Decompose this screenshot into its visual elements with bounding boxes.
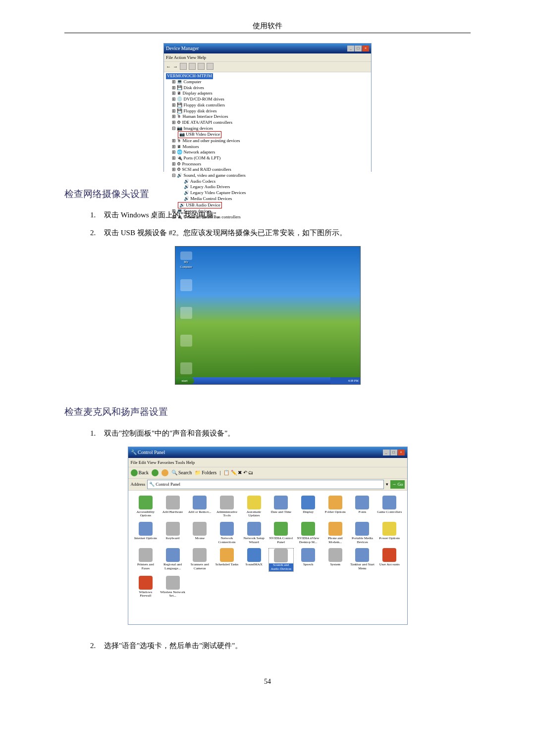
maximize-icon: □: [355, 46, 362, 51]
tree-item: ⊞ 🔌 Ports (COM & LPT): [166, 155, 369, 161]
window-buttons: _ □ ×: [347, 46, 369, 51]
cp-titlebar: 🔧 Control Panel _ □ ×: [128, 447, 407, 458]
cp-toolbar: Back 🔍 Search 📁 Folders | 📋 ✏️ ✖ ↶ 🗂: [128, 467, 407, 479]
address-input: 🔧 Control Panel: [147, 480, 384, 489]
cp-item: NVIDIA Control Panel: [268, 522, 294, 544]
list-item: 2.选择"语音"选项卡，然后单击"测试硬件"。: [104, 640, 471, 652]
cp-item: Add Hardware: [160, 496, 185, 518]
cp-item: Network Connections: [214, 522, 240, 544]
cp-item: SoundMAX: [241, 548, 267, 571]
dropdown-icon: ▾: [386, 481, 388, 488]
close-icon: ×: [398, 450, 405, 455]
cp-item: Game Controllers: [377, 496, 402, 518]
section-heading-mic: 检查麦克风和扬声器设置: [64, 404, 471, 419]
tree-item: ⊞ 🌐 Network adapters: [166, 150, 369, 155]
desktop-icon: [178, 335, 194, 353]
toolbar-icon: [207, 63, 214, 70]
window-buttons: _ □ ×: [383, 450, 405, 455]
list-item: 1.双击 Windows 桌面上的"我的电脑"。: [104, 209, 471, 221]
cp-item: Automatic Updates: [241, 496, 267, 518]
tree-item: ⊟ 🔊 Sound, video and game controllers: [166, 173, 369, 179]
cp-item: Display: [296, 496, 321, 518]
webcam-steps: 1.双击 Windows 桌面上的"我的电脑"。 2.双击 USB 视频设备 #…: [64, 209, 471, 239]
minimize-icon: _: [347, 46, 354, 51]
cp-item: Phone and Modem...: [322, 522, 348, 544]
tree-subitem: 🔊 Audio Codecs: [166, 179, 369, 185]
toolbar-icon: [198, 63, 205, 70]
tree-item: ⊞ 🖥 Display adapters: [166, 91, 369, 97]
tree-item: ⊞ ⚙ Processors: [166, 161, 369, 167]
cp-item: Fonts: [350, 496, 375, 518]
arrow-left-icon: ←: [166, 63, 171, 71]
cp-item: Internet Options: [133, 522, 159, 544]
device-tree: VERMONOCH-MTPJM ⊞ 💻 Computer ⊞ 💾 Disk dr…: [164, 72, 371, 179]
tree-item: ⊟ 📷 Imaging devices: [166, 126, 369, 132]
cp-item: Printers and Faxes: [133, 548, 159, 571]
usb-audio-highlight: 🔊 USB Audio Device: [178, 202, 222, 209]
cp-item: Add or Remov...: [187, 496, 213, 518]
toolbar-icon: 📋 ✏️ ✖ ↶ 🗂: [223, 469, 253, 477]
cp-item: Folder Options: [322, 496, 348, 518]
desktop-icon: [178, 279, 194, 297]
cp-item: Accessibility Options: [133, 496, 159, 518]
page-number: 54: [64, 676, 471, 687]
tree-item: ⊞ 💾 Floppy disk drives: [166, 108, 369, 114]
search-button: 🔍 Search: [171, 469, 192, 477]
back-button: Back: [131, 469, 149, 477]
cp-menubar: File Edit View Favorites Tools Help: [128, 458, 407, 467]
tree-item: ⊞ ⚙ IDE ATA/ATAPI controllers: [166, 120, 369, 126]
cp-item: Mouse: [187, 522, 213, 544]
usb-video-highlight: 📷 USB Video Device: [178, 131, 221, 138]
cp-item: Scanners and Cameras: [187, 548, 213, 571]
go-button: → Go: [390, 480, 404, 488]
cp-items-grid: Accessibility Options Add Hardware Add o…: [128, 491, 407, 604]
list-item: 1.双击"控制面板"中的"声音和音频设备"。: [104, 427, 471, 439]
cp-item: Regional and Language...: [160, 548, 185, 571]
tree-item: ⊞ 🖱 Mice and other pointing devices: [166, 138, 369, 144]
start-button: start: [175, 377, 194, 384]
cp-item: Speech: [296, 548, 321, 571]
cp-item: System: [322, 548, 348, 571]
tree-subitem: 🔊 Legacy Audio Drivers: [166, 184, 369, 190]
cp-item: Wireless Network Set...: [160, 576, 185, 598]
toolbar-separator: |: [219, 469, 220, 477]
tree-item: ⊞ 💻 Computer: [166, 79, 369, 85]
my-computer-icon: My Computer: [178, 252, 194, 269]
cp-item: Scheduled Tasks: [214, 548, 240, 571]
tree-item: ⊞ 💾 Disk drives: [166, 85, 369, 91]
dm-toolbar: ← →: [164, 62, 371, 72]
cp-item: Keyboard: [160, 522, 185, 544]
cp-item: Portable Media Devices: [350, 522, 375, 544]
tree-item: ⊞ ⚙ SCSI and RAID controllers: [166, 167, 369, 173]
cp-item: Network Setup Wizard: [241, 522, 267, 544]
close-icon: ×: [362, 46, 369, 51]
list-item: 2.双击 USB 视频设备 #2。您应该发现网络摄像头已正常安装，如下图所示。: [104, 227, 471, 239]
up-icon: [161, 469, 168, 476]
desktop-icon: [178, 307, 194, 325]
forward-icon: [152, 469, 159, 476]
tree-subitem: 🔊 Media Control Devices: [166, 196, 369, 202]
cp-item: NVIDIA nView Desktop M...: [296, 522, 321, 544]
page-header: 使用软件: [64, 20, 471, 33]
cp-item: Date and Time: [268, 496, 294, 518]
system-tray: 4:38 PM: [330, 377, 360, 384]
desktop-screenshot: My Computer start 4:38 PM: [175, 246, 361, 385]
cp-item: Power Options: [377, 522, 402, 544]
cp-item: Windows Firewall: [133, 576, 159, 598]
dm-titlebar: Device Manager _ □ ×: [164, 44, 371, 53]
dm-menubar: File Action View Help: [164, 53, 371, 62]
cp-item: User Accounts: [377, 548, 402, 571]
tree-item: ⊞ 🖱 Human Interface Devices: [166, 114, 369, 120]
dm-title: Device Manager: [166, 45, 199, 52]
device-manager-screenshot: Device Manager _ □ × File Action View He…: [163, 43, 372, 172]
tree-item: ⊞ 💿 DVD/CD-ROM drives: [166, 97, 369, 102]
cp-title: 🔧 Control Panel: [131, 449, 165, 456]
folders-button: 📁 Folders: [195, 469, 216, 477]
tree-item: ⊞ 💾 Floppy disk controllers: [166, 102, 369, 108]
cp-item: Taskbar and Start Menu: [350, 548, 375, 571]
desktop-icons: My Computer: [178, 252, 194, 408]
cp-item: Administrative Tools: [214, 496, 240, 518]
tree-subitem: 🔊 Legacy Video Capture Devices: [166, 190, 369, 196]
minimize-icon: _: [383, 450, 390, 455]
arrow-right-icon: →: [173, 63, 178, 71]
